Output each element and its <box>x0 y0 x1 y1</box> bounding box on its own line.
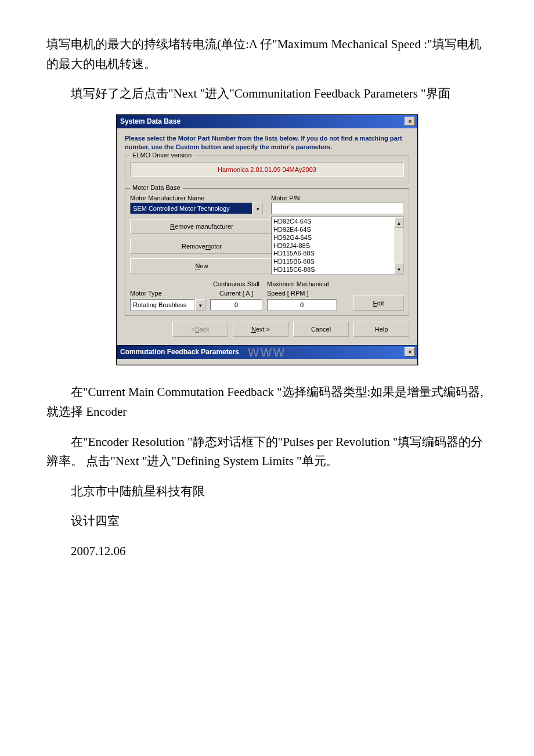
btn-accel: m <box>205 243 211 250</box>
btn-accel: N <box>251 326 256 333</box>
btn-accel: N <box>195 262 200 269</box>
motor-pn-edit[interactable] <box>271 203 404 214</box>
btn-text: ack <box>199 326 209 333</box>
label-motor-pn: Motor P/N <box>271 195 404 201</box>
list-item[interactable]: HD115A6-88S <box>273 250 392 258</box>
remove-manufacturer-button[interactable]: Remove manufacturer <box>130 219 273 234</box>
scroll-down-icon[interactable] <box>394 264 403 274</box>
dialog2-title: Commutation Feedback Parameters <box>120 348 239 356</box>
btn-text: ext > <box>256 326 270 333</box>
dialog-system-data-base: System Data Base Please select the Motor… <box>116 114 418 346</box>
max-speed-input[interactable]: 0 <box>267 299 337 311</box>
scroll-up-icon[interactable] <box>394 217 403 228</box>
label-cont-stall-1: Continuous Stall <box>210 280 262 287</box>
motor-pn-listbox[interactable]: HD92C4-64S HD92E4-64S HD92G4-64S HD92J4-… <box>271 217 404 275</box>
label-manufacturer: Motor Manufacturer Name <box>130 195 263 201</box>
driver-version-text: Harmonica 2.01.01.09 04MAy2003 <box>130 162 404 177</box>
back-button: < Back <box>172 322 228 337</box>
btn-accel: B <box>195 326 199 333</box>
cancel-button[interactable]: Cancel <box>293 322 349 337</box>
chevron-down-icon[interactable] <box>195 299 205 311</box>
motor-type-combo[interactable]: Rotating Brushless <box>130 299 205 311</box>
manufacturer-value: SEM Controlled Motor Technology <box>130 203 252 214</box>
close-button[interactable] <box>405 117 415 126</box>
paragraph-2: 填写好了之后点击"Next "进入"Communitation Feedback… <box>46 84 488 104</box>
close-icon <box>408 118 412 124</box>
label-max-speed-1: Maximum Mechanical <box>267 280 337 287</box>
label-cont-stall-2: Current [ A ] <box>210 290 262 297</box>
paragraph-5: 北京市中陆航星科技有限 <box>46 482 488 502</box>
help-button[interactable]: Help <box>353 322 409 337</box>
edit-button[interactable]: Edit <box>353 296 404 311</box>
paragraph-3: 在"Current Main Commutation Feedback "选择编… <box>46 383 488 422</box>
dialog-title: System Data Base <box>120 117 181 125</box>
btn-accel: R <box>170 223 175 230</box>
list-item[interactable]: HD115B6-88S <box>273 258 392 266</box>
btn-text: dit <box>377 300 384 307</box>
paragraph-7: 2007.12.06 <box>46 542 488 561</box>
list-item[interactable]: HD92J4-88S <box>273 242 392 250</box>
screenshot-area: System Data Base Please select the Motor… <box>46 114 488 366</box>
btn-text: emove manufacturer <box>175 223 233 230</box>
dialog-commutation-feedback: Commutation Feedback Parameters <box>116 345 418 365</box>
motor-pn-value <box>271 203 404 214</box>
list-item[interactable]: HD92E4-64S <box>273 226 392 234</box>
new-button[interactable]: New <box>130 258 273 273</box>
btn-text: ew <box>200 262 208 269</box>
label-max-speed-2: Speed [ RPM ] <box>267 290 337 297</box>
continuous-stall-input[interactable]: 0 <box>210 299 262 311</box>
manufacturer-combo[interactable]: SEM Controlled Motor Technology <box>130 203 263 214</box>
motor-type-value: Rotating Brushless <box>130 299 195 311</box>
dialog-instruction: Please select the Motor Part Number from… <box>125 134 409 152</box>
group-driver-version: ELMO Driver version Harmonica 2.01.01.09… <box>125 156 409 182</box>
close-button[interactable] <box>405 347 415 357</box>
btn-text: Remove <box>182 243 205 250</box>
btn-accel: E <box>373 300 377 307</box>
next-button[interactable]: Next > <box>233 322 288 337</box>
titlebar-system-data-base: System Data Base <box>117 115 417 128</box>
paragraph-6: 设计四室 <box>46 512 488 531</box>
list-item[interactable]: HD92C4-64S <box>273 218 392 226</box>
btn-text: otor <box>211 243 222 250</box>
group-title-mdb: Motor Data Base <box>130 184 183 191</box>
titlebar-commutation-feedback: Commutation Feedback Parameters <box>117 345 417 359</box>
paragraph-4: 在"Encoder Resolution "静态对话框下的"Pulses per… <box>46 433 488 471</box>
list-item[interactable]: HD92G4-64S <box>273 234 392 242</box>
close-icon <box>408 349 412 355</box>
paragraph-1: 填写电机的最大的持续堵转电流(单位:A 仔"Maximum Mechanical… <box>46 35 488 74</box>
list-item[interactable]: HD115C6-88S <box>273 266 392 274</box>
group-title-driver: ELMO Driver version <box>130 152 194 159</box>
remove-motor-button[interactable]: Remove motor <box>130 239 273 254</box>
label-motor-type: Motor Type <box>130 290 205 297</box>
scrollbar[interactable] <box>394 217 403 274</box>
chevron-down-icon[interactable] <box>252 203 263 214</box>
group-motor-data-base: Motor Data Base Motor Manufacturer Name … <box>125 188 409 316</box>
